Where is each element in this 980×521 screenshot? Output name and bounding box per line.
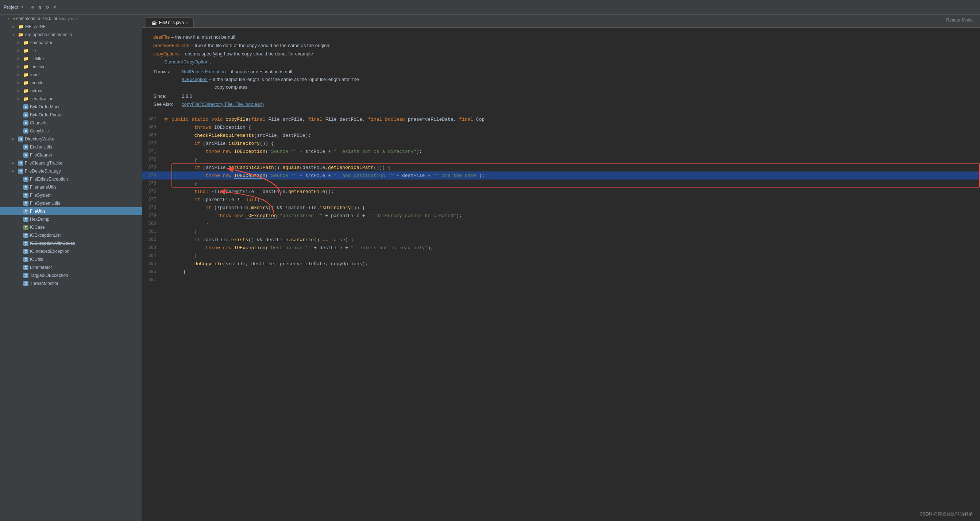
sidebar-item-label: IOCase bbox=[30, 225, 45, 230]
nullpointer-link[interactable]: NullPointerException bbox=[182, 69, 226, 75]
javadoc-param-preserveFileDate: preserveFileDate – true if the file date… bbox=[153, 42, 969, 49]
sidebar-item-file[interactable]: 📁 file bbox=[0, 47, 142, 55]
line-content: if (!parentFile.mkdirs() && !parentFile.… bbox=[172, 205, 980, 211]
tree-arrow bbox=[13, 161, 17, 165]
main-layout: ▪ commons-io-2.8.0.jar library root 📁 ME… bbox=[0, 14, 980, 521]
param-name: destFile bbox=[153, 34, 170, 40]
tab-fileutils[interactable]: ☕ FileUtils.java × bbox=[146, 17, 194, 27]
line-content: doCopyFile(srcFile, destFile, preserveFi… bbox=[172, 261, 980, 267]
tree-arrow bbox=[13, 137, 17, 141]
sidebar-item-label: ByteOrderParser bbox=[30, 112, 63, 118]
line-number: 869 bbox=[142, 133, 161, 138]
line-number: 873 bbox=[142, 165, 161, 170]
sidebar-item-CopyUtils[interactable]: C CopyUtils bbox=[0, 127, 142, 135]
class-icon: C bbox=[23, 184, 29, 190]
sidebar-item-label: IOExceptionList bbox=[30, 233, 60, 238]
line-content: throws IOException { bbox=[172, 124, 980, 130]
line-content: } bbox=[172, 229, 980, 235]
sidebar-item-FileSystem[interactable]: C FileSystem bbox=[0, 191, 142, 199]
line-number: 870 bbox=[142, 141, 161, 146]
javadoc-link[interactable]: StandardCopyOption bbox=[164, 59, 208, 65]
sidebar-item-label: filefilter bbox=[30, 56, 44, 61]
sidebar-item-label: TaggedIOException bbox=[30, 273, 68, 278]
sidebar: ▪ commons-io-2.8.0.jar library root 📁 ME… bbox=[0, 14, 142, 521]
sidebar-item-serialization[interactable]: 📁 serialization bbox=[0, 95, 142, 103]
sidebar-item-FileCleaner[interactable]: C FileCleaner bbox=[0, 151, 142, 159]
sidebar-item-IOExceptionList[interactable]: C IOExceptionList bbox=[0, 231, 142, 239]
sidebar-item-FileUtils[interactable]: C FileUtils bbox=[0, 207, 142, 215]
sidebar-item-DirectoryWalker[interactable]: C DirectoryWalker bbox=[0, 135, 142, 143]
sidebar-item-LineIterator[interactable]: C LineIterator bbox=[0, 264, 142, 272]
folder-icon: 📁 bbox=[23, 40, 29, 45]
sidebar-item-function[interactable]: 📁 function bbox=[0, 63, 142, 71]
sidebar-item-FileExistsException[interactable]: C FileExistsException bbox=[0, 175, 142, 183]
sidebar-item-IOCase[interactable]: C IOCase bbox=[0, 223, 142, 231]
class-icon: C bbox=[23, 201, 29, 206]
tab-filename: FileUtils.java bbox=[159, 20, 184, 25]
code-area: 867 @ public static void copyFile(final … bbox=[142, 115, 980, 284]
line-number: 883 bbox=[142, 245, 161, 250]
toolbar-icons: ⊞ ⇅ ⚙ ✕ bbox=[31, 4, 56, 10]
sort-icon[interactable]: ⇅ bbox=[38, 4, 41, 10]
folder-icon: 📁 bbox=[23, 48, 29, 53]
dropdown-arrow[interactable]: ▾ bbox=[21, 5, 23, 10]
tree-arrow bbox=[18, 81, 22, 85]
javadoc-since: Since: 2.8.0 bbox=[153, 93, 969, 100]
sidebar-item-label: HexDump bbox=[30, 217, 49, 222]
tab-close-button[interactable]: × bbox=[186, 21, 188, 25]
line-content: } bbox=[172, 157, 980, 163]
sidebar-item-label: Charsets bbox=[30, 121, 48, 125]
folder-icon: 📁 bbox=[23, 80, 29, 85]
layout-icon[interactable]: ⊞ bbox=[31, 4, 33, 10]
ioexception-link[interactable]: IOException bbox=[182, 76, 208, 82]
sidebar-item-ThreadMonitor[interactable]: C ThreadMonitor bbox=[0, 280, 142, 288]
sidebar-item-output[interactable]: 📁 output bbox=[0, 87, 142, 95]
line-number: 875 bbox=[142, 181, 161, 186]
sidebar-item-FileCleaningTracker[interactable]: C FileCleaningTracker bbox=[0, 159, 142, 167]
javadoc-period: . bbox=[210, 59, 211, 65]
param-name: copyOptions bbox=[153, 51, 180, 57]
code-line-875: 875 } bbox=[142, 179, 980, 187]
class-icon: C bbox=[23, 273, 29, 278]
sidebar-item-TaggedIOException[interactable]: C TaggedIOException bbox=[0, 272, 142, 280]
folder-icon: 📁 bbox=[23, 72, 29, 77]
sidebar-item-FilenameUtils[interactable]: C FilenameUtils bbox=[0, 183, 142, 191]
sidebar-item-label: CopyUtils bbox=[30, 129, 49, 133]
tree-arrow bbox=[18, 89, 22, 93]
line-content: if (srcFile.getCanonicalPath().equals(de… bbox=[172, 165, 980, 171]
sidebar-item-IOUtils[interactable]: C IOUtils bbox=[0, 256, 142, 264]
sidebar-item-HexDump[interactable]: C HexDump bbox=[0, 215, 142, 223]
reader-mode-button[interactable]: Reader Mode bbox=[946, 17, 973, 22]
folder-icon: 📁 bbox=[23, 56, 29, 61]
line-gutter: @ bbox=[161, 116, 172, 122]
javadoc-see-also: See Also: copyFileToDirectory(File, File… bbox=[153, 101, 969, 108]
sidebar-item-org-apache[interactable]: 📂 org.apache.commons.io bbox=[0, 31, 142, 39]
code-line-877: 877 if (parentFile != null) { bbox=[142, 195, 980, 203]
sidebar-item-ByteOrderParser[interactable]: C ByteOrderParser bbox=[0, 111, 142, 119]
sidebar-item-input[interactable]: 📁 input bbox=[0, 71, 142, 79]
sidebar-item-monitor[interactable]: 📁 monitor bbox=[0, 79, 142, 87]
sidebar-item-jar[interactable]: ▪ commons-io-2.8.0.jar library root bbox=[0, 14, 142, 22]
line-content: } bbox=[172, 221, 980, 227]
line-content: } bbox=[172, 181, 980, 187]
sidebar-item-IOIndexedException[interactable]: C IOIndexedException bbox=[0, 247, 142, 256]
close-icon[interactable]: ✕ bbox=[53, 4, 56, 10]
sidebar-item-filefilter[interactable]: 📁 filefilter bbox=[0, 55, 142, 63]
sidebar-item-IOExceptionWithCause[interactable]: C IOExceptionWithCause bbox=[0, 239, 142, 247]
sidebar-item-label: IOIndexedException bbox=[30, 249, 69, 254]
sidebar-item-META-INF[interactable]: 📁 META-INF bbox=[0, 22, 142, 31]
sidebar-item-EndianUtils[interactable]: C EndianUtils bbox=[0, 143, 142, 151]
options-icon[interactable]: ⚙ bbox=[46, 4, 49, 10]
sidebar-item-FileSystemUtils[interactable]: C FileSystemUtils bbox=[0, 199, 142, 207]
sidebar-item-Charsets[interactable]: C Charsets bbox=[0, 119, 142, 127]
sidebar-item-ByteOrderMark[interactable]: C ByteOrderMark bbox=[0, 103, 142, 111]
see-also-link[interactable]: copyFileToDirectory(File, File, boolean) bbox=[182, 101, 969, 108]
param-desc: – options specifying how the copy should… bbox=[181, 51, 313, 57]
class-icon: C bbox=[23, 145, 29, 149]
sidebar-item-label: META-INF bbox=[25, 24, 46, 29]
sidebar-item-comparator[interactable]: 📁 comparator bbox=[0, 39, 142, 47]
sidebar-item-FileDeleteStrategy[interactable]: C FileDeleteStrategy bbox=[0, 167, 142, 175]
see-also-label: See Also: bbox=[153, 101, 179, 108]
sidebar-item-label: serialization bbox=[30, 96, 53, 102]
sidebar-item-label: IOExceptionWithCause bbox=[30, 241, 75, 246]
